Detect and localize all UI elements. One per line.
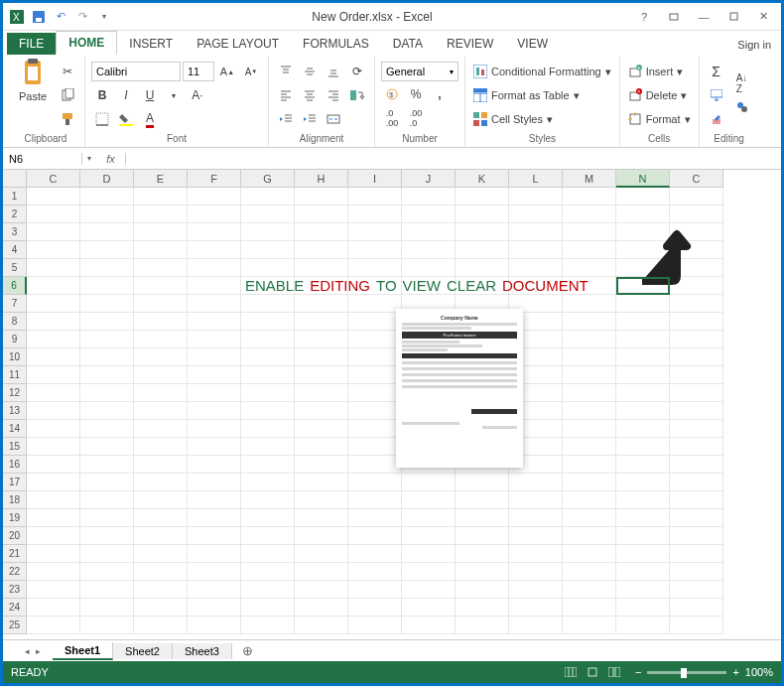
column-header[interactable]: G bbox=[241, 170, 295, 188]
row-header[interactable]: 18 bbox=[3, 491, 27, 509]
paste-button[interactable]: Paste bbox=[13, 59, 53, 132]
undo-icon[interactable]: ↶ bbox=[51, 7, 70, 27]
format-as-table-button[interactable]: Format as Table ▾ bbox=[471, 85, 613, 105]
cell-styles-button[interactable]: Cell Styles ▾ bbox=[471, 109, 613, 129]
tab-formulas[interactable]: FORMULAS bbox=[291, 33, 381, 55]
tab-insert[interactable]: INSERT bbox=[117, 33, 185, 55]
zoom-level[interactable]: 100% bbox=[745, 666, 773, 678]
name-box[interactable] bbox=[3, 153, 82, 165]
align-right-button[interactable] bbox=[323, 84, 344, 106]
bold-button[interactable]: B bbox=[91, 84, 113, 106]
number-format-select[interactable]: General▾ bbox=[381, 62, 458, 81]
column-header[interactable]: C bbox=[670, 170, 723, 188]
align-center-button[interactable] bbox=[299, 84, 321, 106]
sheet-tab-3[interactable]: Sheet3 bbox=[173, 643, 232, 659]
sheet-nav[interactable]: ◂▸ bbox=[23, 646, 43, 656]
row-header[interactable]: 23 bbox=[3, 581, 27, 599]
row-header[interactable]: 8 bbox=[3, 313, 27, 331]
sheet-tab-1[interactable]: Sheet1 bbox=[53, 642, 113, 660]
zoom-out-button[interactable]: − bbox=[635, 666, 641, 678]
format-cells-button[interactable]: Format ▾ bbox=[626, 109, 693, 129]
insert-cells-button[interactable]: +Insert ▾ bbox=[626, 62, 693, 81]
sort-filter-button[interactable]: A↓Z bbox=[731, 72, 753, 94]
column-header[interactable]: C bbox=[27, 170, 80, 188]
increase-decimal-button[interactable]: .0.00 bbox=[381, 107, 403, 129]
font-color-button[interactable]: A bbox=[139, 108, 161, 130]
font-family-select[interactable] bbox=[91, 62, 181, 81]
increase-font-button[interactable]: A▲ bbox=[216, 61, 238, 82]
row-header[interactable]: 24 bbox=[3, 599, 27, 617]
sheet-tab-2[interactable]: Sheet2 bbox=[113, 643, 173, 659]
row-header[interactable]: 6 bbox=[3, 277, 27, 295]
italic-button[interactable]: I bbox=[115, 84, 137, 106]
percent-format-button[interactable]: % bbox=[405, 83, 427, 105]
fill-button[interactable] bbox=[706, 84, 727, 106]
close-button[interactable]: ✕ bbox=[749, 7, 777, 27]
row-header[interactable]: 10 bbox=[3, 348, 27, 366]
delete-cells-button[interactable]: ×Delete ▾ bbox=[626, 85, 693, 105]
increase-indent-button[interactable] bbox=[299, 108, 321, 130]
find-select-button[interactable] bbox=[731, 96, 753, 118]
conditional-formatting-button[interactable]: Conditional Formatting ▾ bbox=[471, 62, 613, 81]
cut-button[interactable]: ✂ bbox=[57, 61, 78, 82]
underline-dropdown[interactable]: ▾ bbox=[163, 84, 185, 106]
save-icon[interactable] bbox=[29, 7, 49, 27]
row-header[interactable]: 9 bbox=[3, 331, 27, 348]
accounting-format-button[interactable]: $ bbox=[381, 83, 403, 105]
font-size-select[interactable] bbox=[183, 62, 214, 81]
align-bottom-button[interactable] bbox=[323, 61, 344, 82]
formula-input[interactable] bbox=[126, 153, 781, 165]
row-header[interactable]: 12 bbox=[3, 384, 27, 402]
tab-file[interactable]: FILE bbox=[7, 33, 56, 55]
format-painter-button[interactable] bbox=[57, 108, 78, 130]
column-header[interactable]: J bbox=[402, 170, 456, 188]
column-header[interactable]: K bbox=[456, 170, 509, 188]
decrease-font-button[interactable]: A▼ bbox=[240, 61, 262, 82]
row-header[interactable]: 16 bbox=[3, 456, 27, 474]
row-header[interactable]: 7 bbox=[3, 295, 27, 313]
column-header[interactable]: I bbox=[348, 170, 402, 188]
worksheet-area[interactable]: CDEFGHIJKLMNC 12345678910111213141516171… bbox=[3, 170, 781, 639]
normal-view-button[interactable] bbox=[560, 664, 582, 680]
column-header[interactable]: M bbox=[563, 170, 616, 188]
orientation-button[interactable]: ⟳ bbox=[346, 61, 368, 82]
wrap-text-button[interactable] bbox=[346, 84, 368, 106]
row-header[interactable]: 1 bbox=[3, 188, 27, 206]
copy-button[interactable] bbox=[57, 84, 78, 106]
fill-color-button[interactable] bbox=[115, 108, 137, 130]
page-break-view-button[interactable] bbox=[603, 664, 625, 680]
row-header[interactable]: 5 bbox=[3, 259, 27, 277]
row-header[interactable]: 15 bbox=[3, 438, 27, 456]
zoom-slider[interactable] bbox=[647, 671, 726, 674]
clear-button[interactable] bbox=[706, 108, 727, 130]
select-all-corner[interactable] bbox=[3, 170, 27, 188]
tab-view[interactable]: VIEW bbox=[505, 33, 560, 55]
decrease-decimal-button[interactable]: .00.0 bbox=[405, 107, 427, 129]
column-header[interactable]: D bbox=[80, 170, 134, 188]
row-header[interactable]: 11 bbox=[3, 366, 27, 384]
column-header[interactable]: F bbox=[188, 170, 241, 188]
underline-button[interactable]: U bbox=[139, 84, 161, 106]
help-button[interactable]: ? bbox=[630, 7, 658, 27]
row-header[interactable]: 3 bbox=[3, 223, 27, 241]
ribbon-display-button[interactable] bbox=[660, 7, 688, 27]
tab-data[interactable]: DATA bbox=[381, 33, 435, 55]
align-middle-button[interactable] bbox=[299, 61, 321, 82]
row-header[interactable]: 4 bbox=[3, 241, 27, 259]
row-header[interactable]: 22 bbox=[3, 563, 27, 581]
zoom-in-button[interactable]: + bbox=[732, 666, 738, 678]
font-effects-button[interactable]: A· bbox=[187, 84, 208, 106]
row-header[interactable]: 25 bbox=[3, 617, 27, 634]
new-sheet-button[interactable]: ⊕ bbox=[232, 643, 263, 658]
borders-button[interactable] bbox=[91, 108, 113, 130]
row-header[interactable]: 21 bbox=[3, 545, 27, 563]
column-header[interactable]: E bbox=[134, 170, 188, 188]
tab-home[interactable]: HOME bbox=[56, 31, 117, 55]
column-header[interactable]: H bbox=[295, 170, 348, 188]
row-header[interactable]: 17 bbox=[3, 474, 27, 491]
tab-review[interactable]: REVIEW bbox=[435, 33, 505, 55]
minimize-button[interactable]: — bbox=[690, 7, 718, 27]
row-header[interactable]: 20 bbox=[3, 527, 27, 545]
column-header[interactable]: N bbox=[616, 170, 670, 188]
sign-in-link[interactable]: Sign in bbox=[727, 35, 781, 55]
